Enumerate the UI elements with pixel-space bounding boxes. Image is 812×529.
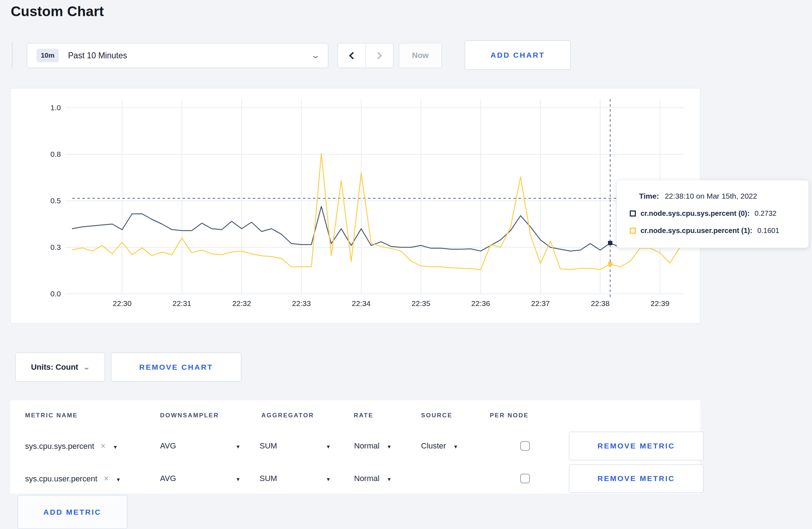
units-selector[interactable]: Units: Count ⌄ [15, 353, 105, 382]
now-button[interactable]: Now [399, 43, 442, 68]
dropdown-caret-icon: ▼ [116, 477, 121, 482]
col-header-metric-name: METRIC NAME [25, 412, 78, 419]
metric-name-select[interactable]: sys.cpu.user.percent × ▼ [25, 474, 121, 484]
col-header-downsampler: DOWNSAMPLER [160, 412, 219, 419]
page-title: Custom Chart [11, 4, 104, 19]
tooltip-series-value: 0.1601 [757, 227, 779, 235]
svg-text:22:36: 22:36 [471, 299, 490, 307]
svg-text:1.0: 1.0 [50, 103, 61, 112]
metric-row: sys.cpu.sys.percent × ▼ AVG ▼ SUM ▼ Norm… [10, 429, 700, 462]
metric-name-select[interactable]: sys.cpu.sys.percent × ▼ [25, 441, 118, 451]
metric-name-value: sys.cpu.sys.percent [25, 442, 94, 451]
metric-row: sys.cpu.user.percent × ▼ AVG ▼ SUM ▼ Nor… [10, 462, 700, 495]
svg-text:22:38: 22:38 [591, 299, 610, 307]
units-label: Units: Count [31, 363, 78, 372]
svg-text:22:32: 22:32 [232, 299, 251, 307]
aggregator-value: SUM [260, 441, 277, 450]
dropdown-caret-icon: ▼ [453, 444, 458, 450]
metrics-table: METRIC NAME DOWNSAMPLER AGGREGATOR RATE … [10, 400, 700, 494]
downsampler-value: AVG [160, 441, 176, 450]
per-node-checkbox[interactable] [520, 441, 530, 451]
time-back-button[interactable] [338, 43, 366, 68]
aggregator-select[interactable]: SUM ▼ [260, 441, 331, 451]
dropdown-caret-icon: ▼ [236, 444, 241, 450]
col-header-aggregator: AGGREGATOR [261, 412, 314, 419]
rate-select[interactable]: Normal ▼ [354, 441, 392, 451]
svg-text:22:39: 22:39 [651, 299, 670, 307]
rate-select[interactable]: Normal ▼ [354, 474, 392, 483]
time-range-label: Past 10 Minutes [68, 51, 127, 60]
tooltip-series-label: cr.node.sys.cpu.user.percent (1): [641, 227, 752, 235]
time-forward-button[interactable] [366, 43, 393, 68]
col-header-per-node: PER NODE [490, 412, 529, 419]
tooltip-time-value: 22:38:10 on Mar 15th, 2022 [665, 192, 757, 200]
tooltip-time-label: Time: [639, 192, 659, 200]
time-range-selector[interactable]: 10m Past 10 Minutes ⌄ [27, 43, 328, 68]
chevron-down-icon: ⌄ [83, 363, 90, 371]
svg-text:22:37: 22:37 [531, 299, 550, 307]
col-header-source: SOURCE [421, 412, 453, 419]
chart-tooltip: Time: 22:38:10 on Mar 15th, 2022 cr.node… [617, 180, 809, 248]
svg-text:22:30: 22:30 [113, 299, 132, 307]
clear-metric-icon[interactable]: × [104, 474, 108, 483]
dropdown-caret-icon: ▼ [326, 444, 331, 450]
svg-text:0.5: 0.5 [50, 196, 61, 205]
sys-series-swatch-icon [630, 210, 636, 217]
aggregator-value: SUM [260, 474, 277, 483]
user-series-swatch-icon [630, 228, 636, 234]
svg-text:22:35: 22:35 [411, 299, 430, 307]
add-chart-button[interactable]: ADD CHART [465, 40, 571, 70]
line-chart[interactable]: 0.00.30.50.81.022:3022:3122:3222:3322:34… [11, 88, 700, 323]
svg-text:22:33: 22:33 [292, 299, 311, 307]
downsampler-value: AVG [160, 474, 176, 483]
dropdown-caret-icon: ▼ [113, 444, 118, 450]
downsampler-select[interactable]: AVG ▼ [160, 474, 241, 483]
remove-chart-button[interactable]: REMOVE CHART [111, 353, 241, 382]
remove-metric-button[interactable]: REMOVE METRIC [569, 432, 704, 460]
clear-metric-icon[interactable]: × [101, 441, 105, 451]
remove-metric-button[interactable]: REMOVE METRIC [569, 464, 704, 493]
time-nav-arrows [338, 43, 393, 68]
svg-text:0.0: 0.0 [50, 290, 61, 298]
toolbar-left-divider [12, 42, 13, 69]
chevron-left-icon [349, 52, 357, 59]
dropdown-caret-icon: ▼ [387, 476, 392, 482]
chart-panel: 0.00.30.50.81.022:3022:3122:3222:3322:34… [10, 88, 700, 324]
time-range-badge: 10m [37, 49, 59, 62]
downsampler-select[interactable]: AVG ▼ [160, 441, 241, 451]
chevron-right-icon [374, 52, 382, 59]
col-header-rate: RATE [354, 412, 373, 419]
tooltip-series-label: cr.node.sys.cpu.sys.percent (0): [641, 209, 750, 218]
metric-name-value: sys.cpu.user.percent [25, 474, 97, 483]
svg-text:22:31: 22:31 [173, 299, 192, 307]
svg-text:0.3: 0.3 [50, 243, 61, 251]
tooltip-series-value: 0.2732 [755, 209, 777, 218]
aggregator-select[interactable]: SUM ▼ [260, 474, 331, 483]
svg-text:22:34: 22:34 [352, 299, 371, 307]
source-select[interactable]: Cluster ▼ [421, 441, 458, 451]
svg-text:0.8: 0.8 [50, 150, 61, 158]
rate-value: Normal [354, 474, 380, 483]
dropdown-caret-icon: ▼ [326, 476, 331, 482]
chevron-down-icon: ⌄ [310, 51, 320, 60]
add-metric-button[interactable]: ADD METRIC [18, 495, 127, 529]
per-node-checkbox[interactable] [520, 474, 530, 484]
source-value: Cluster [421, 441, 446, 450]
dropdown-caret-icon: ▼ [387, 444, 392, 450]
rate-value: Normal [354, 441, 380, 450]
dropdown-caret-icon: ▼ [236, 476, 241, 482]
